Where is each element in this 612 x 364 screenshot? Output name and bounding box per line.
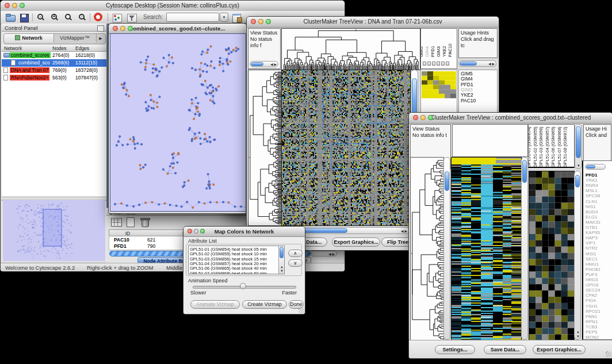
- tv2-button-save-data---[interactable]: Save Data...: [484, 345, 526, 354]
- tv2-heatmap-vscrollbar[interactable]: [521, 157, 528, 340]
- tv2-gene-label[interactable]: SEC24: [586, 288, 600, 293]
- tv2-column-label[interactable]: GPL51-08 (GSM872): [563, 127, 568, 167]
- filter-icon[interactable]: [127, 12, 137, 22]
- new-attribute-icon[interactable]: [125, 217, 136, 228]
- zoom-window-button[interactable]: [266, 19, 271, 24]
- tv2-button-settings---[interactable]: Settings...: [435, 345, 475, 354]
- mini-tool-icon[interactable]: [427, 62, 431, 66]
- tv2-gene-label[interactable]: MAK31: [586, 220, 600, 225]
- zoom-fit-icon[interactable]: [65, 14, 71, 20]
- tv2-label-vscrollbar[interactable]: ▼: [575, 124, 582, 169]
- tv2-zoom-vscrollbar[interactable]: ▲ ▼: [574, 171, 581, 340]
- tv2-gene-label[interactable]: GTB1: [586, 225, 598, 230]
- dna-column-dendrogram[interactable]: [281, 28, 420, 70]
- network-list-row[interactable]: DNA and Tran 07769(0)183728(0): [2, 67, 106, 74]
- tv2-column-label[interactable]: GPL51-04 (GSM857): [545, 127, 550, 167]
- network-overview-canvas[interactable]: [3, 200, 105, 261]
- animate-vizmap-button[interactable]: Animate Vizmap: [190, 300, 240, 309]
- delete-attribute-icon[interactable]: [140, 217, 150, 228]
- tv2-gene-label[interactable]: NTR2: [586, 246, 598, 251]
- dna-button-2[interactable]: Export Graphics...: [332, 237, 380, 247]
- dialog-titlebar[interactable]: Map Colors to Network: [183, 227, 305, 237]
- attribute-select-icon[interactable]: [111, 217, 121, 228]
- network1-canvas[interactable]: [110, 33, 246, 212]
- tv2-gene-label[interactable]: CLN1: [586, 199, 597, 204]
- dna-row-dendrogram[interactable]: [248, 70, 282, 226]
- network-list-row[interactable]: combined_scores2764(0)16218(0): [2, 52, 106, 59]
- tv2-gene-label[interactable]: RPO21: [586, 309, 600, 314]
- tv2-gene-label[interactable]: CPA2: [586, 293, 597, 298]
- tv2-gene-label[interactable]: PUF3: [586, 272, 597, 277]
- dna-column-label[interactable]: GIM3: [436, 47, 441, 57]
- tv2-gene-label[interactable]: PHO81: [586, 267, 600, 272]
- column-header-edges[interactable]: Edges: [75, 45, 89, 51]
- search-input[interactable]: [166, 13, 219, 22]
- network-list-row[interactable]: combined_sco2569(6)13112(15): [2, 59, 106, 67]
- mini-tool-icon[interactable]: [437, 62, 440, 66]
- tv2-gene-label[interactable]: VIP1: [586, 240, 595, 246]
- scroll-arrows-icon[interactable]: ◀ ▶: [328, 252, 335, 256]
- tab-overflow-arrow[interactable]: ▶: [96, 34, 105, 43]
- tab-network[interactable]: Network: [4, 34, 54, 43]
- tv2-gene-label[interactable]: KAP95: [586, 230, 600, 235]
- dna-column-label[interactable]: PAC10: [447, 44, 453, 57]
- tv2-gene-label[interactable]: FIG4: [586, 298, 596, 303]
- tv2-gene-label[interactable]: PFD1: [586, 173, 597, 178]
- dna-column-label[interactable]: YKE2: [442, 46, 447, 57]
- tv2-gene-label[interactable]: ELG1: [586, 214, 597, 220]
- resize-grip-icon[interactable]: [299, 308, 304, 313]
- minimize-button[interactable]: [258, 19, 263, 24]
- tv2-column-dendrogram-area[interactable]: [452, 124, 528, 157]
- data-scrollbar-track[interactable]: ◀ ▶: [311, 251, 337, 256]
- tv2-gene-label[interactable]: MSL1: [586, 188, 598, 193]
- dna-zoom-matrix[interactable]: [422, 71, 456, 98]
- zoom-window-button[interactable]: [128, 26, 133, 31]
- mini-tool-icon[interactable]: [446, 62, 449, 66]
- animation-speed-slider-thumb[interactable]: [240, 283, 246, 289]
- tv2-column-label[interactable]: GPL51-02 (GSM855): [533, 127, 538, 167]
- move-up-button[interactable]: ∧: [288, 250, 303, 257]
- tv2-gene-label[interactable]: TCB3: [586, 324, 597, 329]
- vizmapper-icon[interactable]: [112, 12, 123, 22]
- tv2-global-heatmap[interactable]: [451, 157, 522, 341]
- create-vizmap-button[interactable]: Create Vizmap: [242, 300, 287, 309]
- zoom-window-button[interactable]: [20, 3, 25, 8]
- minimize-button[interactable]: [120, 26, 125, 31]
- dna-column-label[interactable]: PFD1: [430, 46, 435, 57]
- mini-tool-icon[interactable]: [432, 62, 435, 66]
- tv2-column-label[interactable]: GPL51-06 (GSM865): [550, 127, 556, 167]
- dna-column-label[interactable]: GIM5: [420, 47, 424, 57]
- tv2-column-label[interactable]: GPL51-03 (GSM856): [538, 127, 544, 167]
- dna-gene-label[interactable]: YKE2: [461, 93, 473, 98]
- dna-global-heatmap[interactable]: [281, 70, 411, 226]
- treeview-combined-titlebar[interactable]: ClusterMaker TreeView : combined_scores_…: [409, 113, 612, 124]
- move-down-button[interactable]: ∨: [288, 259, 303, 267]
- zoom-selected-icon[interactable]: ▫: [79, 14, 85, 20]
- close-button[interactable]: [5, 3, 10, 8]
- treeview-dna-titlebar[interactable]: ClusterMaker TreeView : DNA and Tran 07-…: [247, 17, 499, 28]
- close-button[interactable]: [113, 26, 118, 31]
- tv2-column-label[interactable]: GPL51-07 (GSM868): [557, 127, 562, 167]
- tv2-gene-label[interactable]: RNR4: [586, 183, 598, 188]
- dna-column-label[interactable]: GIM4: [424, 47, 430, 57]
- close-button[interactable]: [251, 19, 256, 24]
- attribute-list-scrollbar[interactable]: ▲ ▼: [278, 246, 284, 274]
- zoom-out-icon[interactable]: -: [37, 14, 43, 20]
- attribute-browser-icon[interactable]: [232, 12, 242, 22]
- tv2-gene-label[interactable]: HMG1: [586, 262, 599, 267]
- tv2-gene-label[interactable]: NIS1: [586, 204, 596, 209]
- tv2-gene-label[interactable]: PAN1: [586, 314, 597, 319]
- dna-usage-scrollbar[interactable]: ◀ ▶: [458, 60, 496, 67]
- tab-vizmapper[interactable]: VizMapper™: [54, 34, 95, 43]
- view-status-scrollbar[interactable]: ◀ ▶: [250, 61, 278, 67]
- mini-tool-icon[interactable]: [423, 62, 426, 66]
- zoom-window-button[interactable]: [428, 115, 433, 120]
- tv2-gene-label[interactable]: YSH1: [586, 304, 598, 309]
- minimize-button[interactable]: [420, 115, 426, 120]
- data-column-id[interactable]: ID: [112, 231, 144, 236]
- tv2-gene-label[interactable]: HAP3: [586, 235, 598, 240]
- close-button[interactable]: [413, 115, 418, 120]
- dna-gene-label[interactable]: GIM4: [461, 76, 473, 82]
- column-header-nodes[interactable]: Nodes: [52, 45, 67, 51]
- tv2-button-export-graphics---[interactable]: Export Graphics...: [533, 345, 586, 354]
